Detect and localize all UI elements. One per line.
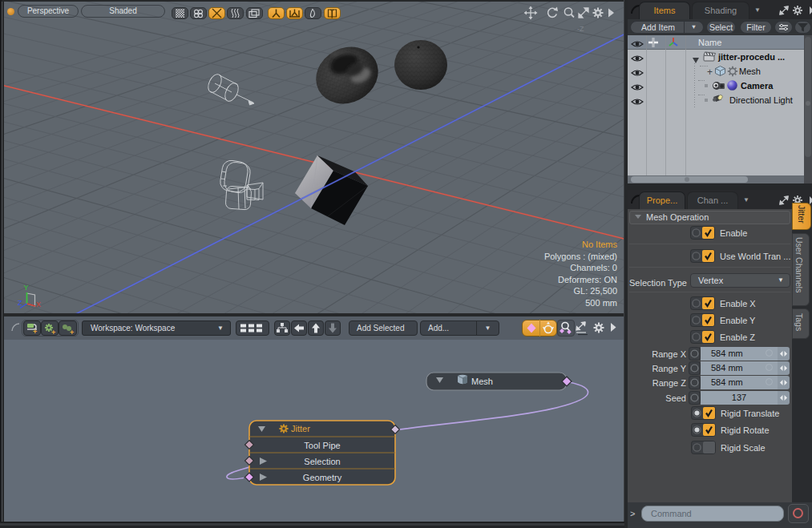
svg-text:+: +: [51, 328, 55, 337]
svg-text:Geometry: Geometry: [303, 473, 342, 482]
svg-text:Mesh: Mesh: [471, 377, 493, 386]
svg-text:+: +: [70, 328, 74, 337]
svg-text:Jitter: Jitter: [291, 424, 310, 433]
svg-text:Y: Y: [24, 284, 29, 292]
svg-text:+: +: [33, 328, 37, 336]
svg-text:Selection: Selection: [304, 457, 340, 466]
svg-text:Tool Pipe: Tool Pipe: [304, 441, 340, 450]
svg-text:X: X: [36, 300, 41, 308]
svg-text:Z: Z: [18, 299, 22, 307]
